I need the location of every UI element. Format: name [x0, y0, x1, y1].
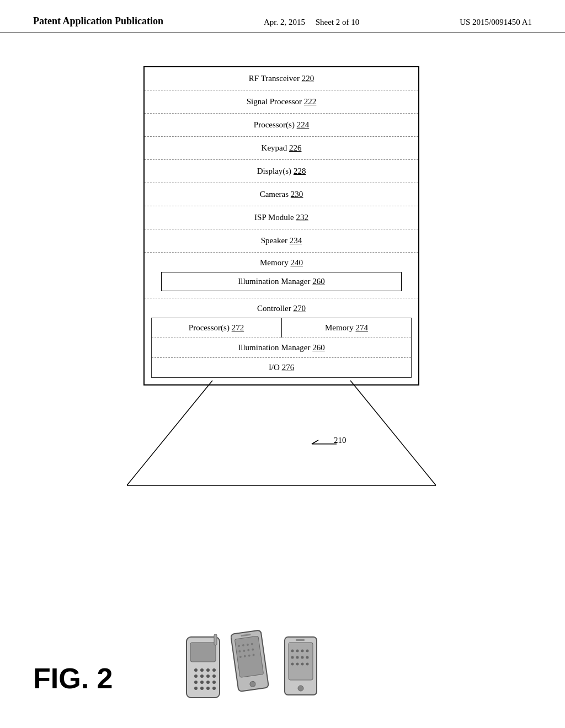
svg-line-1 — [350, 381, 436, 485]
svg-point-52 — [291, 663, 294, 666]
svg-point-46 — [301, 650, 303, 652]
controller-label: Controller 270 — [151, 304, 412, 313]
svg-point-45 — [296, 650, 299, 652]
svg-point-49 — [296, 656, 299, 659]
controller-memory-cell: Memory 274 — [282, 318, 411, 338]
diagram-area: RF Transceiver 220 Signal Processor 222 … — [127, 66, 436, 386]
memory-label: Memory 240 — [156, 258, 407, 267]
svg-point-51 — [306, 656, 308, 659]
svg-point-13 — [206, 675, 210, 678]
svg-point-22 — [212, 687, 216, 690]
io-row: I/O 276 — [152, 358, 411, 377]
svg-point-17 — [206, 681, 210, 684]
illumination-manager-memory: Illumination Manager 260 — [161, 272, 402, 291]
page-header: Patent Application Publication Apr. 2, 2… — [0, 0, 565, 33]
reference-210: 210 — [306, 436, 356, 454]
controller-section: Controller 270 Processor(s) 272 Memory 2… — [145, 298, 418, 384]
publication-date: Apr. 2, 2015 — [264, 18, 305, 26]
svg-point-18 — [212, 681, 216, 684]
svg-point-10 — [212, 668, 216, 672]
publication-date-sheet: Apr. 2, 2015 Sheet 2 of 10 — [264, 15, 359, 27]
svg-point-8 — [200, 668, 204, 672]
svg-point-50 — [301, 656, 303, 659]
patent-number: US 2015/0091450 A1 — [460, 15, 532, 27]
svg-point-55 — [306, 663, 308, 666]
speaker-row: Speaker 234 — [145, 229, 418, 253]
svg-point-12 — [200, 675, 204, 678]
svg-point-16 — [200, 681, 204, 684]
svg-line-4 — [312, 440, 318, 444]
svg-rect-25 — [234, 636, 263, 677]
processors-row: Processor(s) 224 — [145, 114, 418, 137]
publication-title: Patent Application Publication — [33, 15, 163, 27]
illumination-manager-controller: Illumination Manager 260 — [152, 338, 411, 358]
svg-point-47 — [306, 650, 308, 652]
svg-point-21 — [206, 687, 210, 690]
svg-point-7 — [194, 668, 198, 672]
svg-rect-23 — [214, 634, 217, 645]
svg-point-44 — [291, 650, 294, 652]
phone-1 — [184, 634, 225, 700]
controller-inner-box: Processor(s) 272 Memory 274 Illumination… — [151, 318, 412, 378]
svg-point-11 — [194, 675, 198, 678]
publication-sheet: Sheet 2 of 10 — [316, 18, 360, 26]
controller-split-row: Processor(s) 272 Memory 274 — [152, 318, 411, 338]
signal-processor-row: Signal Processor 222 — [145, 90, 418, 114]
svg-rect-6 — [190, 643, 216, 662]
phones-illustration — [143, 629, 364, 700]
cameras-row: Cameras 230 — [145, 183, 418, 206]
svg-point-54 — [301, 663, 303, 666]
svg-point-48 — [291, 656, 294, 659]
controller-processor-cell: Processor(s) 272 — [152, 318, 282, 338]
svg-point-20 — [200, 687, 204, 690]
outer-device-box: RF Transceiver 220 Signal Processor 222 … — [143, 66, 419, 386]
connection-lines — [55, 375, 508, 513]
svg-point-42 — [298, 686, 303, 691]
phone-2-svg — [231, 629, 275, 700]
phone-1-svg — [184, 634, 225, 700]
phone-3 — [280, 634, 324, 700]
svg-line-0 — [127, 381, 212, 485]
phone-2 — [231, 629, 275, 700]
keypad-row: Keypad 226 — [145, 137, 418, 160]
svg-rect-41 — [289, 643, 313, 680]
displays-row: Display(s) 228 — [145, 160, 418, 183]
svg-point-53 — [296, 663, 299, 666]
svg-point-15 — [194, 681, 198, 684]
svg-point-19 — [194, 687, 198, 690]
figure-label: FIG. 2 — [33, 662, 113, 695]
memory-section: Memory 240 Illumination Manager 260 — [145, 253, 418, 298]
phone-3-svg — [280, 634, 324, 700]
svg-point-14 — [212, 675, 216, 678]
svg-point-9 — [206, 668, 210, 672]
svg-rect-43 — [296, 639, 305, 641]
isp-module-row: ISP Module 232 — [145, 206, 418, 229]
rf-transceiver-row: RF Transceiver 220 — [145, 67, 418, 90]
